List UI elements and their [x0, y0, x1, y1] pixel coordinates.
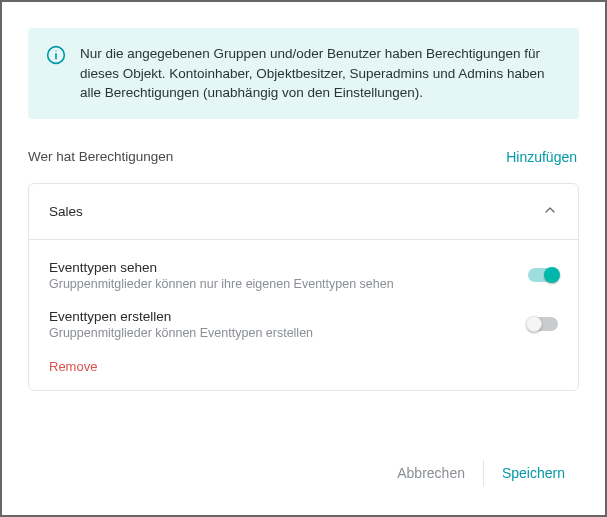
permission-label: Eventtypen sehen: [49, 260, 394, 275]
cancel-button[interactable]: Abbrechen: [381, 457, 481, 489]
group-panel: Sales Eventtypen sehen Gruppenmitglieder…: [28, 183, 579, 391]
section-header: Wer hat Berechtigungen Hinzufügen: [28, 145, 579, 169]
section-title: Wer hat Berechtigungen: [28, 149, 173, 164]
permission-label: Eventtypen erstellen: [49, 309, 313, 324]
permission-row: Eventtypen sehen Gruppenmitglieder könne…: [49, 260, 558, 291]
permission-row: Eventtypen erstellen Gruppenmitglieder k…: [49, 309, 558, 340]
info-banner: Nur die angegebenen Gruppen und/oder Ben…: [28, 28, 579, 119]
group-name: Sales: [49, 204, 83, 219]
info-text: Nur die angegebenen Gruppen und/oder Ben…: [80, 44, 561, 103]
permissions-dialog: Nur die angegebenen Gruppen und/oder Ben…: [2, 2, 605, 515]
toggle-view-eventtypes[interactable]: [528, 268, 558, 282]
svg-point-2: [55, 50, 56, 51]
toggle-knob: [526, 316, 542, 332]
add-button[interactable]: Hinzufügen: [504, 145, 579, 169]
permission-desc: Gruppenmitglieder können Eventtypen erst…: [49, 326, 313, 340]
permission-text: Eventtypen erstellen Gruppenmitglieder k…: [49, 309, 313, 340]
permission-desc: Gruppenmitglieder können nur ihre eigene…: [49, 277, 394, 291]
permission-text: Eventtypen sehen Gruppenmitglieder könne…: [49, 260, 394, 291]
toggle-knob: [544, 267, 560, 283]
remove-group-button[interactable]: Remove: [49, 359, 97, 374]
dialog-footer: Abbrechen Speichern: [28, 457, 579, 489]
chevron-up-icon: [542, 202, 558, 221]
group-panel-header[interactable]: Sales: [29, 184, 578, 239]
info-icon: [46, 45, 66, 68]
toggle-create-eventtypes[interactable]: [528, 317, 558, 331]
divider: [483, 460, 484, 486]
group-panel-body: Eventtypen sehen Gruppenmitglieder könne…: [29, 239, 578, 390]
save-button[interactable]: Speichern: [486, 457, 579, 489]
